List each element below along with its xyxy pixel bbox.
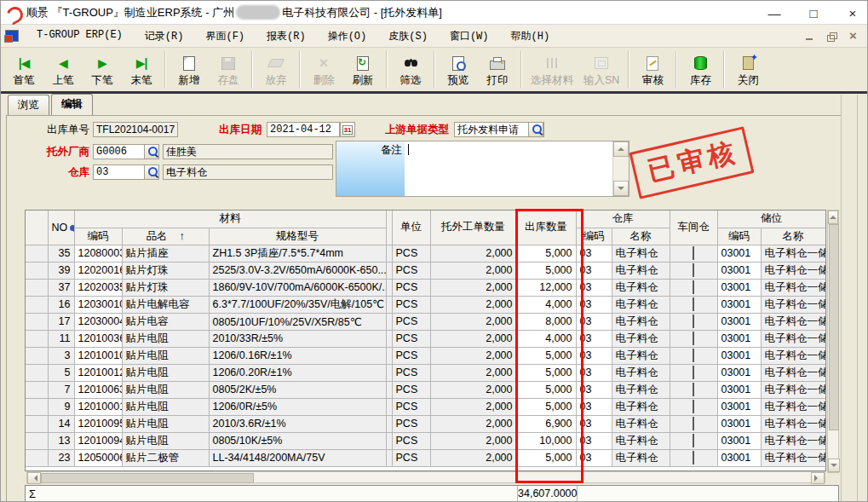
cell-blank (26, 449, 48, 466)
tab-edit[interactable]: 编辑 (51, 94, 93, 117)
workshop-checkbox[interactable] (693, 400, 694, 413)
col-header-wh-name[interactable]: 名称 (612, 228, 670, 245)
cell-wh_code: 03 (576, 245, 612, 262)
mdi-minimize-button[interactable] (804, 32, 816, 42)
workshop-checkbox[interactable] (693, 263, 694, 277)
workshop-checkbox[interactable] (693, 451, 694, 464)
grid-horizontal-scrollbar[interactable] (26, 471, 825, 483)
cell-issue_qty: 5,000 (516, 245, 576, 262)
menu-item-2[interactable]: 界面(F) (194, 26, 256, 46)
menu-item-5[interactable]: 皮肤(S) (377, 26, 439, 46)
window-maximize-button[interactable]: □ (804, 3, 823, 22)
scroll-down-icon[interactable] (613, 181, 629, 196)
workshop-checkbox[interactable] (693, 314, 694, 328)
cell-workshop (670, 245, 717, 262)
workshop-checkbox[interactable] (693, 417, 694, 430)
toolbar-button-audit[interactable]: 审核 (633, 48, 672, 91)
menu-item-3[interactable]: 报表(R) (256, 26, 317, 46)
toolbar-button-inventory[interactable]: 库存 (681, 48, 720, 91)
remark-textarea[interactable] (405, 141, 612, 196)
col-header-spec[interactable]: 规格型号 (209, 228, 386, 245)
mdi-close-button[interactable] (848, 32, 860, 42)
table-row[interactable]: 912010001贴片电阻1206/0R/±5%PCS2,0005,00003电… (26, 398, 825, 415)
menu-item-1[interactable]: 记录(R) (134, 26, 195, 46)
toolbar-button-refresh[interactable]: 刷新 (343, 48, 382, 91)
workshop-checkbox[interactable] (693, 349, 694, 362)
scroll-left-icon[interactable] (27, 472, 41, 484)
cell-workshop (670, 330, 717, 347)
col-header-issue-qty[interactable]: 出库数量 (516, 211, 576, 245)
workshop-checkbox[interactable] (693, 280, 694, 294)
cell-code: 12030010 (74, 296, 122, 313)
menu-item-0[interactable]: T-GROUP ERP(E) (26, 26, 134, 46)
remark-scrollbar[interactable] (612, 141, 629, 196)
table-row[interactable]: 512010012贴片电阻1206/0.20R/±1%PCS2,0005,000… (26, 364, 825, 381)
table-row[interactable]: 312010010贴片电阻1206/0.16R/±1%PCS2,0005,000… (26, 347, 825, 364)
workshop-checkbox[interactable] (693, 434, 694, 447)
window-close-button[interactable]: × (843, 3, 862, 22)
scroll-right-icon[interactable] (811, 472, 825, 484)
cell-blank (26, 262, 48, 279)
vendor-lookup-button[interactable] (144, 144, 159, 159)
toolbar-button-preview[interactable]: 预览 (439, 48, 478, 91)
col-header-workshop[interactable]: 车间仓 (670, 211, 717, 245)
issue-date-field[interactable] (267, 122, 340, 137)
table-row[interactable]: 712010063贴片电阻0805/2K/±5%PCS2,0005,00003电… (26, 381, 825, 398)
cell-unit: PCS (392, 381, 430, 398)
table-row[interactable]: 1412010095贴片电阻2010/3.6R/±1%PCS2,0006,900… (26, 415, 825, 432)
tab-browse[interactable]: 浏览 (8, 95, 49, 116)
cell-code: 12010095 (74, 415, 122, 432)
toolbar-button-nav-first[interactable]: |◀首笔 (4, 48, 43, 91)
toolbar-button-new-doc[interactable]: 新增 (170, 48, 209, 91)
scroll-up-icon[interactable] (828, 211, 838, 224)
col-header-name[interactable]: 品名↑ (122, 228, 209, 245)
window-minimize-button[interactable]: — (765, 3, 784, 22)
toolbar-button-print[interactable]: 打印 (478, 48, 517, 91)
col-header-no[interactable]: NO (48, 211, 74, 245)
workshop-checkbox[interactable] (693, 366, 694, 379)
scroll-down-icon[interactable] (828, 459, 840, 472)
col-header-loc-name[interactable]: 名称 (761, 228, 825, 245)
workshop-checkbox[interactable] (693, 246, 694, 260)
scroll-up-icon[interactable] (613, 141, 629, 157)
col-header-unit[interactable]: 单位 (392, 211, 430, 245)
warehouse-lookup-button[interactable] (144, 164, 159, 180)
toolbar-button-nav-last[interactable]: ▶|末笔 (122, 48, 161, 91)
toolbar-button-nav-next[interactable]: ▶下笔 (83, 48, 122, 91)
filter-icon (405, 60, 411, 66)
toolbar-button-nav-prev[interactable]: ◀上笔 (43, 48, 83, 91)
table-row[interactable]: 1112010036贴片电阻2010/33R/±5%PCS2,0004,0000… (26, 330, 825, 347)
menu-item-4[interactable]: 操作(O) (317, 26, 378, 46)
col-header-code[interactable]: 编码 (74, 228, 122, 245)
col-header-wh-code[interactable]: 编码 (576, 228, 612, 245)
col-header-order-qty[interactable]: 托外工单数量 (430, 211, 516, 245)
workshop-checkbox[interactable] (693, 332, 694, 345)
cell-name: 贴片电阻 (122, 381, 209, 398)
grid-vertical-scrollbar[interactable] (827, 210, 839, 473)
discard-icon (267, 59, 285, 67)
calendar-button[interactable]: 31 (340, 122, 355, 137)
table-row[interactable]: 1312010094贴片电阻0805/10K/±5%PCS2,00010,000… (26, 432, 825, 449)
upstream-lookup-button[interactable] (528, 122, 543, 137)
workshop-checkbox[interactable] (693, 383, 694, 396)
doc-no-field[interactable] (93, 122, 178, 137)
cell-blank (386, 279, 392, 296)
horizontal-scroll-thumb[interactable] (41, 473, 254, 483)
cell-blank (26, 398, 48, 415)
vertical-scroll-thumb[interactable] (829, 224, 839, 430)
table-row[interactable]: 2312050006贴片二极管LL-34/4148/200MA/75VPCS2,… (26, 449, 825, 466)
cell-issue_qty: 4,000 (516, 296, 576, 313)
table-row[interactable]: 3912020016贴片灯珠2525/3.0V-3.2V/650mA/6000K… (26, 262, 825, 279)
menu-item-7[interactable]: 帮助(H) (499, 26, 560, 46)
table-row[interactable]: 3512080003贴片插座ZH1.5 3P插座/7.5*5.7*4mmPCS2… (26, 245, 825, 262)
toolbar-button-close-form[interactable]: 关闭 (728, 48, 767, 91)
toolbar-button-filter[interactable]: 筛选 (391, 48, 430, 91)
table-row[interactable]: 3712020035贴片灯珠1860/9V-10V/700mA/6000K-65… (26, 279, 825, 296)
col-header-loc-code[interactable]: 编码 (717, 228, 761, 245)
workshop-checkbox[interactable] (693, 297, 694, 311)
menu-item-6[interactable]: 窗口(W) (439, 26, 500, 46)
table-row[interactable]: 1612030010贴片电解电容6.3*7.7/100UF/20%/35V/电解… (26, 296, 825, 313)
mdi-restore-button[interactable] (826, 32, 838, 42)
cell-order_qty: 2,000 (430, 245, 516, 262)
table-row[interactable]: 1712030004贴片电容0805/10UF/10%/25V/X5R/85℃P… (26, 313, 825, 330)
